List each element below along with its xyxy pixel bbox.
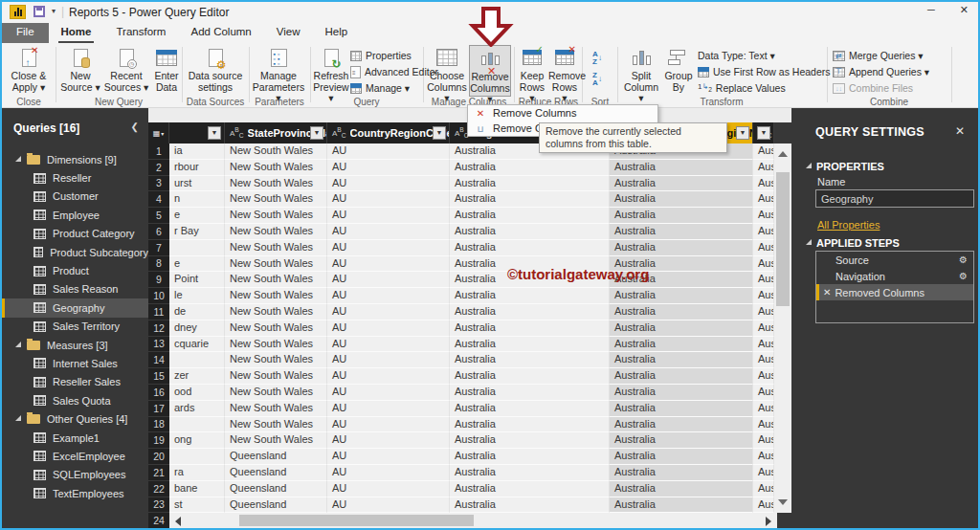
table-cell[interactable]: Queensland — [225, 449, 327, 465]
table-cell[interactable]: New South Wales — [225, 432, 327, 449]
row-number[interactable]: 20 — [148, 449, 169, 465]
horizontal-scroll-thumb[interactable] — [239, 515, 474, 526]
table-cell[interactable]: Australie — [753, 320, 774, 337]
sidebar-item-textemployees[interactable]: TextEmployees — [2, 484, 148, 502]
table-cell[interactable]: Australia — [610, 337, 753, 353]
tab-file[interactable]: File — [2, 23, 49, 43]
table-cell[interactable] — [169, 417, 225, 433]
table-cell[interactable]: AU — [327, 144, 450, 160]
step-settings-gear-icon[interactable]: ⚙ — [959, 271, 968, 281]
table-cell[interactable]: Australia — [450, 320, 610, 337]
tab-add-column[interactable]: Add Column — [178, 23, 263, 43]
expand-triangle-icon[interactable] — [15, 342, 21, 347]
expand-triangle-icon[interactable] — [15, 415, 21, 421]
table-cell[interactable]: AU — [327, 368, 450, 385]
table-cell[interactable]: Australie — [753, 304, 774, 320]
row-number[interactable]: 9 — [148, 272, 169, 288]
table-cell[interactable]: Australia — [450, 176, 610, 192]
table-cell[interactable]: Australia — [450, 465, 610, 481]
table-cell[interactable]: Australia — [450, 401, 610, 417]
close-and-apply-button[interactable]: ✕↑ Close & Apply ▾ — [6, 45, 52, 97]
table-cell[interactable]: Australie — [753, 337, 774, 353]
table-cell[interactable]: Australie — [753, 449, 774, 465]
table-cell[interactable]: Australia — [610, 240, 753, 256]
table-cell[interactable]: New South Wales — [225, 320, 327, 337]
table-cell[interactable]: AU — [327, 385, 450, 401]
table-cell[interactable]: Australia — [450, 497, 610, 514]
table-cell[interactable]: Australie — [753, 417, 774, 433]
row-number[interactable]: 3 — [148, 176, 169, 192]
table-cell[interactable]: de — [169, 304, 225, 320]
table-cell[interactable]: le — [169, 288, 225, 304]
table-cell[interactable]: New South Wales — [225, 337, 327, 353]
table-cell[interactable]: zer — [169, 368, 225, 385]
query-name-input[interactable] — [815, 189, 974, 208]
table-cell[interactable]: AU — [327, 256, 450, 273]
sidebar-item-reseller-sales[interactable]: Reseller Sales — [2, 373, 148, 391]
vertical-scroll-thumb[interactable] — [776, 172, 790, 306]
table-cell[interactable]: Australia — [450, 224, 610, 240]
table-cell[interactable]: AU — [327, 288, 450, 304]
append-queries-button[interactable]: ⊤ Append Queries ▾ — [833, 64, 929, 79]
table-cell[interactable]: e — [169, 256, 225, 273]
table-cell[interactable]: Australia — [450, 208, 610, 224]
remove-columns-button[interactable]: ✕ Remove Columns ▾ — [469, 45, 511, 97]
table-cell[interactable]: st — [169, 497, 225, 514]
row-number[interactable]: 5 — [148, 208, 169, 224]
tab-home[interactable]: Home — [49, 23, 104, 43]
table-cell[interactable]: New South Wales — [225, 256, 327, 273]
table-cell[interactable]: ood — [169, 385, 225, 401]
all-properties-link[interactable]: All Properties — [817, 219, 880, 231]
sort-ascending-button[interactable]: A Z↓ — [587, 49, 608, 67]
row-number[interactable]: 15 — [148, 368, 169, 385]
horizontal-scrollbar[interactable] — [169, 513, 777, 528]
table-cell[interactable]: AU — [327, 160, 450, 176]
step-settings-gear-icon[interactable]: ⚙ — [959, 254, 968, 265]
table-cell[interactable]: cquarie — [169, 337, 225, 353]
table-cell[interactable]: Australie — [753, 497, 774, 514]
query-settings-close-icon[interactable]: ✕ — [955, 124, 965, 138]
row-number[interactable]: 17 — [148, 401, 169, 417]
sidebar-folder-measures-3-[interactable]: Measures [3] — [2, 336, 148, 354]
table-cell[interactable]: Queensland — [225, 465, 327, 481]
table-cell[interactable]: Australie — [753, 368, 774, 385]
group-by-button[interactable]: Group By — [663, 45, 694, 97]
table-cell[interactable]: AU — [327, 320, 450, 337]
sidebar-item-product-subcategory[interactable]: Product Subcategory — [2, 243, 148, 261]
expand-triangle-icon[interactable] — [15, 156, 21, 162]
table-cell[interactable]: Australie — [753, 432, 774, 449]
table-cell[interactable]: rbour — [169, 160, 225, 176]
sidebar-item-sales-quota[interactable]: Sales Quota — [2, 391, 148, 409]
table-cell[interactable]: Australie — [753, 385, 774, 401]
sidebar-item-product[interactable]: Product — [2, 261, 148, 279]
row-number[interactable]: 16 — [148, 385, 169, 401]
sidebar-item-customer[interactable]: Customer — [2, 188, 148, 206]
row-number[interactable]: 24 — [148, 513, 169, 528]
sidebar-folder-dimensions-9-[interactable]: Dimensions [9] — [2, 150, 148, 168]
table-cell[interactable]: New South Wales — [225, 272, 327, 288]
table-corner-menu[interactable]: ▦▾ — [148, 122, 169, 144]
table-cell[interactable]: AU — [327, 465, 450, 481]
table-cell[interactable] — [169, 449, 225, 465]
row-number[interactable]: 7 — [148, 240, 169, 256]
applied-step-navigation[interactable]: Navigation⚙ — [816, 268, 973, 284]
tab-transform[interactable]: Transform — [103, 23, 178, 43]
row-number[interactable]: 23 — [148, 497, 169, 514]
close-button[interactable]: ✕ — [960, 4, 969, 16]
column-header-city[interactable]: ▼ — [169, 122, 225, 144]
refresh-preview-button[interactable]: ↻ Refresh Preview ▾ — [313, 45, 349, 97]
table-cell[interactable]: Australia — [450, 432, 610, 449]
table-cell[interactable]: New South Wales — [225, 385, 327, 401]
scroll-down-icon[interactable] — [778, 499, 788, 505]
table-cell[interactable]: Queensland — [225, 497, 327, 514]
table-cell[interactable]: Australia — [450, 417, 610, 433]
table-cell[interactable]: AU — [327, 432, 450, 449]
table-cell[interactable]: Australia — [450, 352, 610, 368]
table-cell[interactable]: Australia — [610, 176, 753, 192]
row-number[interactable]: 8 — [148, 256, 169, 273]
table-cell[interactable]: New South Wales — [225, 417, 327, 433]
save-icon[interactable] — [33, 6, 45, 17]
row-number[interactable]: 22 — [148, 481, 169, 497]
table-cell[interactable]: Australia — [610, 481, 753, 497]
table-cell[interactable]: Australia — [450, 385, 610, 401]
